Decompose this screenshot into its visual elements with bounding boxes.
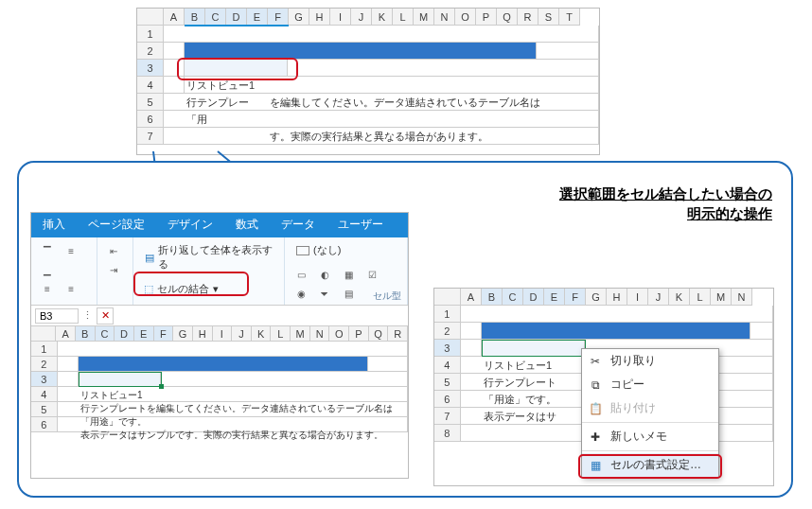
col-header[interactable]: H <box>193 326 213 342</box>
name-box-dropdown-icon[interactable]: ⋮ <box>82 309 93 322</box>
row-header[interactable]: 6 <box>434 391 461 408</box>
col-header[interactable]: F <box>268 9 289 26</box>
cell[interactable] <box>164 111 599 128</box>
celltype-icon[interactable]: ▤ <box>339 285 358 302</box>
fill-handle[interactable] <box>159 384 164 389</box>
col-header[interactable]: A <box>56 326 76 342</box>
col-header[interactable]: F <box>154 326 174 342</box>
tab-insert[interactable]: 挿入 <box>31 212 77 237</box>
row-header[interactable]: 1 <box>434 306 461 323</box>
row-header[interactable]: 7 <box>434 408 461 425</box>
cell-blue-fill[interactable] <box>482 323 750 340</box>
col-header[interactable]: R <box>518 9 538 26</box>
align-bottom-icon[interactable]: ▁ <box>38 261 57 278</box>
col-header[interactable]: L <box>690 289 711 306</box>
col-header[interactable]: M <box>711 289 732 306</box>
row-header[interactable]: 2 <box>31 357 58 372</box>
col-header[interactable]: E <box>544 289 565 306</box>
col-header[interactable]: A <box>461 289 482 306</box>
cell[interactable] <box>58 372 79 387</box>
col-header[interactable]: E <box>134 326 154 342</box>
col-header[interactable]: D <box>226 9 247 26</box>
row-header[interactable]: 4 <box>137 77 164 94</box>
cancel-icon[interactable]: ✕ <box>97 307 114 325</box>
ctx-cut[interactable]: ✂ 切り取り <box>582 349 718 373</box>
col-header[interactable]: B <box>185 9 205 26</box>
col-header[interactable]: C <box>503 289 523 306</box>
col-header[interactable]: K <box>252 326 272 342</box>
col-header[interactable]: J <box>232 326 252 342</box>
row-header[interactable]: 3 <box>137 60 164 77</box>
outdent-icon[interactable]: ⇤ <box>104 242 123 259</box>
celltype-icon[interactable]: ☑ <box>362 266 381 283</box>
col-header[interactable]: I <box>330 9 351 26</box>
col-header[interactable]: K <box>669 289 690 306</box>
cell[interactable] <box>161 372 408 387</box>
tab-user[interactable]: ユーザー <box>327 212 395 237</box>
col-header[interactable]: N <box>434 9 455 26</box>
celltype-icon[interactable]: ◉ <box>291 285 310 302</box>
row-header[interactable]: 5 <box>31 402 58 417</box>
col-header[interactable]: L <box>271 326 291 342</box>
col-header[interactable]: N <box>310 326 330 342</box>
cell[interactable] <box>461 340 482 357</box>
cell[interactable] <box>537 43 599 60</box>
row-header[interactable]: 1 <box>137 26 164 43</box>
cell[interactable] <box>58 357 79 372</box>
row-header[interactable]: 7 <box>137 128 164 145</box>
tab-design[interactable]: デザイン <box>156 212 224 237</box>
celltype-icon[interactable]: ▦ <box>339 266 358 283</box>
col-header[interactable]: J <box>648 289 669 306</box>
celltype-icon[interactable]: ◐ <box>315 266 334 283</box>
align-left-icon[interactable]: ≡ <box>38 280 57 297</box>
row-header[interactable]: 6 <box>31 417 58 432</box>
cell-blue-fill[interactable] <box>79 357 368 372</box>
cell[interactable] <box>461 306 773 323</box>
col-header[interactable]: G <box>173 326 193 342</box>
celltype-icon[interactable]: ▭ <box>291 266 310 283</box>
col-header[interactable]: D <box>523 289 544 306</box>
col-header[interactable]: A <box>164 9 185 26</box>
col-header[interactable]: O <box>329 326 349 342</box>
tab-formula[interactable]: 数式 <box>224 212 270 237</box>
col-header[interactable]: I <box>627 289 648 306</box>
ctx-copy[interactable]: ⧉ コピー <box>582 373 718 396</box>
align-middle-icon[interactable]: ≡ <box>62 242 80 259</box>
col-header[interactable]: G <box>289 9 309 26</box>
wrap-text-button[interactable]: ▤ 折り返して全体を表示する <box>139 241 278 273</box>
tab-data[interactable]: データ <box>270 212 327 237</box>
col-header[interactable]: J <box>351 9 372 26</box>
row-header[interactable]: 4 <box>31 387 58 402</box>
align-center-icon[interactable]: ≡ <box>62 280 80 297</box>
col-header[interactable]: Q <box>497 9 518 26</box>
celltype-none-button[interactable]: (なし) <box>291 241 346 259</box>
cell[interactable] <box>164 26 599 43</box>
row-header[interactable]: 2 <box>137 43 164 60</box>
corner-cell[interactable] <box>137 9 164 26</box>
col-header[interactable]: P <box>349 326 369 342</box>
row-header[interactable]: 6 <box>137 111 164 128</box>
row-header[interactable]: 3 <box>434 340 461 357</box>
col-header[interactable]: B <box>76 326 96 342</box>
col-header[interactable]: B <box>482 289 503 306</box>
ctx-new-memo[interactable]: ✚ 新しいメモ <box>582 425 718 448</box>
row-header[interactable]: 2 <box>434 323 461 340</box>
cell[interactable] <box>750 323 773 340</box>
col-header[interactable]: I <box>213 326 233 342</box>
indent-icon[interactable]: ⇥ <box>104 261 123 278</box>
col-header[interactable]: M <box>414 9 434 26</box>
align-top-icon[interactable]: ▔ <box>38 242 57 259</box>
cell[interactable] <box>461 323 482 340</box>
col-header[interactable]: H <box>309 9 330 26</box>
cell[interactable] <box>368 357 408 372</box>
row-header[interactable]: 1 <box>31 342 58 357</box>
col-header[interactable]: N <box>732 289 752 306</box>
col-header[interactable]: Q <box>369 326 389 342</box>
name-box[interactable]: B3 <box>35 308 79 324</box>
row-header[interactable]: 4 <box>434 357 461 374</box>
row-header[interactable]: 8 <box>434 425 461 442</box>
col-header[interactable]: K <box>372 9 393 26</box>
row-header[interactable]: 3 <box>31 372 58 387</box>
col-header[interactable]: O <box>455 9 476 26</box>
col-header[interactable]: G <box>586 289 607 306</box>
